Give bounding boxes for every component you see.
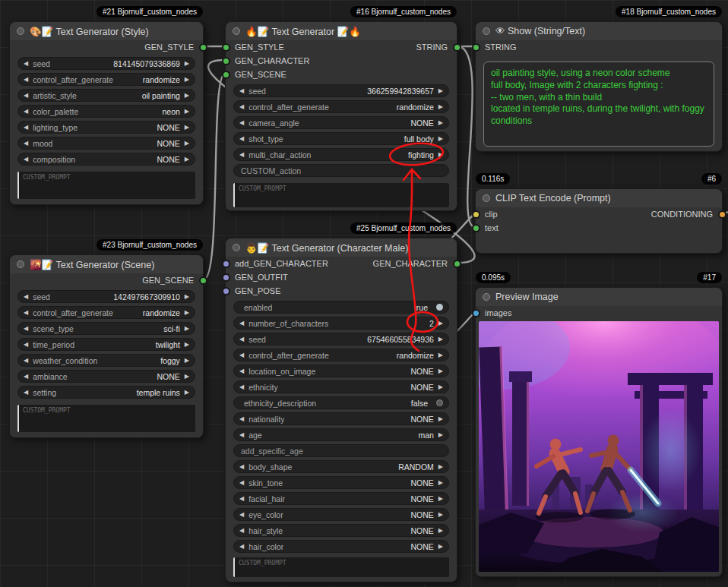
increment-icon[interactable]: ▶ xyxy=(185,357,189,364)
increment-icon[interactable]: ▶ xyxy=(438,415,443,422)
node-header[interactable]: CLIP Text Encode (Prompt) xyxy=(476,189,722,207)
increment-icon[interactable]: ▶ xyxy=(185,341,189,348)
widget-eye-color[interactable]: ◀eye_colorNONE▶ xyxy=(233,508,449,521)
widget-body-shape[interactable]: ◀body_shapeRANDOM▶ xyxy=(233,460,449,473)
widget-add-specific-age[interactable]: add_specific_age xyxy=(233,444,449,457)
widget-seed[interactable]: ◀seed366259942839657▶ xyxy=(233,84,449,97)
widget-location-on-image[interactable]: ◀location_on_imageNONE▶ xyxy=(233,365,449,377)
decrement-icon[interactable]: ◀ xyxy=(24,325,28,332)
collapse-dot-icon[interactable] xyxy=(483,27,490,35)
node-header[interactable]: 🎨📝 Text Generator (Style) xyxy=(10,22,203,40)
widget-hair-color[interactable]: ◀hair_colorNONE▶ xyxy=(233,540,449,553)
decrement-icon[interactable]: ◀ xyxy=(239,511,244,518)
node-header[interactable]: 🌇📝 Text Generator (Scene) xyxy=(10,255,203,273)
collapse-dot-icon[interactable] xyxy=(483,194,490,202)
decrement-icon[interactable]: ◀ xyxy=(239,151,244,158)
decrement-icon[interactable]: ◀ xyxy=(24,60,28,67)
increment-icon[interactable]: ▶ xyxy=(185,293,189,300)
increment-icon[interactable]: ▶ xyxy=(438,527,443,534)
decrement-icon[interactable]: ◀ xyxy=(239,543,244,550)
decrement-icon[interactable]: ◀ xyxy=(24,140,28,147)
input-port-gen-outfit-icon[interactable] xyxy=(222,273,230,282)
decrement-icon[interactable]: ◀ xyxy=(239,135,244,142)
decrement-icon[interactable]: ◀ xyxy=(239,119,244,126)
increment-icon[interactable]: ▶ xyxy=(438,352,443,358)
increment-icon[interactable]: ▶ xyxy=(438,87,443,94)
widget-ambiance[interactable]: ◀ambianceNONE▶ xyxy=(17,370,195,383)
decrement-icon[interactable]: ◀ xyxy=(239,87,244,94)
increment-icon[interactable]: ▶ xyxy=(438,431,443,438)
increment-icon[interactable]: ▶ xyxy=(185,76,189,83)
widget-setting[interactable]: ◀settingtemple ruins▶ xyxy=(17,386,195,399)
widget-facial-hair[interactable]: ◀facial_hairNONE▶ xyxy=(233,492,449,505)
widget-color-palette[interactable]: ◀color_paletteneon▶ xyxy=(17,105,195,118)
decrement-icon[interactable]: ◀ xyxy=(239,463,244,470)
input-port-gen-scene-icon[interactable] xyxy=(222,71,230,79)
increment-icon[interactable]: ▶ xyxy=(185,92,189,99)
node-text-generator-style[interactable]: #21 Bjornulf_custom_nodes 🎨📝 Text Genera… xyxy=(9,21,204,205)
increment-icon[interactable]: ▶ xyxy=(438,135,443,142)
decrement-icon[interactable]: ◀ xyxy=(239,479,244,486)
increment-icon[interactable]: ▶ xyxy=(185,60,189,67)
increment-icon[interactable]: ▶ xyxy=(438,151,443,158)
increment-icon[interactable]: ▶ xyxy=(185,373,189,380)
widget-seed[interactable]: ◀seed142497667309910▶ xyxy=(17,290,195,303)
widget-mood[interactable]: ◀moodNONE▶ xyxy=(17,137,195,150)
increment-icon[interactable]: ▶ xyxy=(438,543,443,550)
widget-control-after-generate[interactable]: ◀control_after_generaterandomize▶ xyxy=(233,349,449,361)
custom-prompt-textarea[interactable]: CUSTOM_PROMPT xyxy=(17,405,195,432)
widget-control-after-generate[interactable]: ◀control_after_generaterandomize▶ xyxy=(17,73,195,86)
node-header[interactable]: 🔥📝 Text Generator 📝🔥 xyxy=(226,22,457,40)
node-graph-canvas[interactable]: #21 Bjornulf_custom_nodes 🎨📝 Text Genera… xyxy=(0,0,728,587)
widget-multi-char-action[interactable]: ◀multi_char_actionfighting▶ xyxy=(233,148,449,161)
increment-icon[interactable]: ▶ xyxy=(185,309,189,316)
collapse-dot-icon[interactable] xyxy=(17,260,24,268)
increment-icon[interactable]: ▶ xyxy=(438,320,443,327)
output-port-gen-scene-icon[interactable] xyxy=(199,276,207,285)
node-clip-text-encode[interactable]: 0.116s #6 CLIP Text Encode (Prompt) clip… xyxy=(475,188,723,254)
increment-icon[interactable]: ▶ xyxy=(438,336,443,342)
decrement-icon[interactable]: ◀ xyxy=(24,108,28,115)
decrement-icon[interactable]: ◀ xyxy=(24,293,28,300)
decrement-icon[interactable]: ◀ xyxy=(24,357,28,364)
node-text-generator-main[interactable]: #16 Bjornulf_custom_nodes 🔥📝 Text Genera… xyxy=(225,21,457,211)
widget-control-after-generate[interactable]: ◀control_after_generaterandomize▶ xyxy=(233,100,449,113)
input-port-images-icon[interactable] xyxy=(472,309,480,317)
widget-seed[interactable]: ◀seed814145079336869▶ xyxy=(17,57,195,70)
widget-ethnicity[interactable]: ◀ethnicityNONE▶ xyxy=(233,380,449,393)
decrement-icon[interactable]: ◀ xyxy=(239,495,244,502)
output-port-gen-style-icon[interactable] xyxy=(199,43,207,52)
increment-icon[interactable]: ▶ xyxy=(185,389,189,396)
decrement-icon[interactable]: ◀ xyxy=(239,320,244,327)
widget-lighting-type[interactable]: ◀lighting_typeNONE▶ xyxy=(17,121,195,134)
toggle-off-icon[interactable] xyxy=(436,399,443,406)
node-text-generator-scene[interactable]: #23 Bjornulf_custom_nodes 🌇📝 Text Genera… xyxy=(9,254,204,438)
string-output-text[interactable]: oil painting style, using a neon color s… xyxy=(483,62,714,147)
node-text-generator-character-male[interactable]: #25 Bjornulf_custom_nodes 👨📝 Text Genera… xyxy=(225,238,457,582)
node-header[interactable]: Preview Image xyxy=(476,288,722,306)
decrement-icon[interactable]: ◀ xyxy=(24,341,28,348)
widget-scene-type[interactable]: ◀scene_typesci-fi▶ xyxy=(17,322,195,335)
node-header[interactable]: 👁 Show (String/Text) xyxy=(476,22,722,40)
custom-prompt-textarea[interactable]: CUSTOM_PROMPT xyxy=(233,183,449,207)
input-port-clip-icon[interactable] xyxy=(472,210,480,219)
increment-icon[interactable]: ▶ xyxy=(438,479,443,486)
custom-prompt-textarea[interactable]: CUSTOM_PROMPT xyxy=(233,557,449,577)
toggle-on-icon[interactable] xyxy=(436,304,443,311)
increment-icon[interactable]: ▶ xyxy=(185,156,189,163)
input-port-gen-style-icon[interactable] xyxy=(222,43,230,52)
widget-composition[interactable]: ◀compositionNONE▶ xyxy=(17,153,195,166)
collapse-dot-icon[interactable] xyxy=(17,27,24,35)
collapse-dot-icon[interactable] xyxy=(233,244,240,251)
increment-icon[interactable]: ▶ xyxy=(438,511,443,518)
widget-control-after-generate[interactable]: ◀control_after_generaterandomize▶ xyxy=(17,306,195,319)
node-preview-image[interactable]: 0.095s #17 Preview Image images xyxy=(475,287,723,577)
increment-icon[interactable]: ▶ xyxy=(185,325,189,332)
widget-artistic-style[interactable]: ◀artistic_styleoil painting▶ xyxy=(17,89,195,102)
decrement-icon[interactable]: ◀ xyxy=(24,92,28,99)
decrement-icon[interactable]: ◀ xyxy=(24,124,28,131)
increment-icon[interactable]: ▶ xyxy=(185,108,189,115)
input-port-add-gen-character-icon[interactable] xyxy=(222,260,230,268)
node-header[interactable]: 👨📝 Text Generator (Character Male) xyxy=(226,238,457,257)
increment-icon[interactable]: ▶ xyxy=(438,119,443,126)
